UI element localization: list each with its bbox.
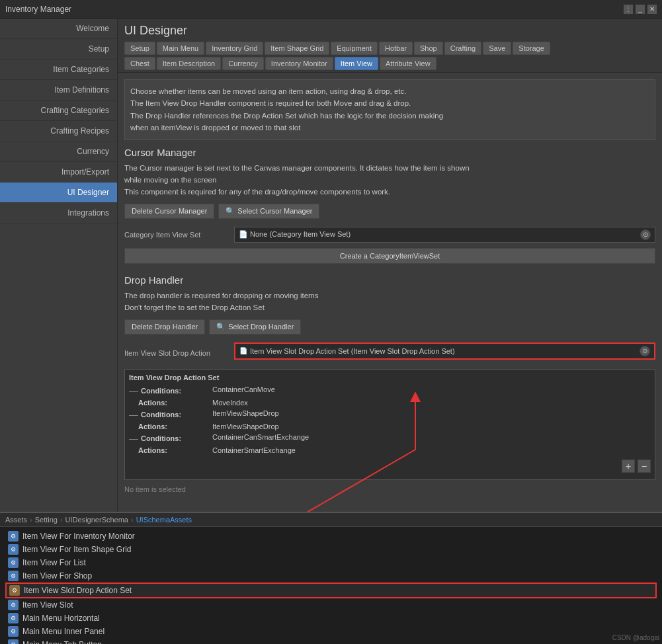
action-condition-3: ContainerCanSmartExchange (212, 433, 309, 441)
drop-handler-section: Drop Handler The drop handler is require… (124, 274, 655, 493)
tab-crafting[interactable]: Crafting (444, 42, 482, 55)
asset-icon-slot-drop-action-set: ⚙ (9, 585, 20, 596)
breadcrumb-ui-schema-assets[interactable]: UISchemaAssets (136, 516, 192, 524)
desc-line-2: The Item View Drop Handler component is … (130, 97, 649, 109)
action-row-1: — Conditions: ContainerCanMove (129, 385, 651, 396)
asset-item-main-menu-tab-button[interactable]: ⚙ Main Menu Tab Button (5, 638, 657, 644)
sidebar-item-item-definitions[interactable]: Item Definitions (0, 80, 117, 101)
asset-icon-main-menu-tab-button: ⚙ (8, 639, 19, 644)
category-item-view-set-value: 📄 None (Category Item View Set) ⊙ (234, 227, 655, 243)
item-view-slot-drop-action-value: 📄 Item View Slot Drop Action Set (Item V… (239, 347, 455, 355)
asset-item-slot[interactable]: ⚙ Item View Slot (5, 598, 657, 612)
category-item-view-set-circle-btn[interactable]: ⊙ (640, 229, 651, 240)
action-set-container: Item View Drop Action Set — Conditions: … (124, 369, 655, 480)
asset-item-slot-drop-action-set[interactable]: ⚙ Item View Slot Drop Action Set (5, 583, 657, 598)
sidebar-item-import-export[interactable]: Import/Export (0, 162, 117, 182)
action-row-2: — Conditions: ItemViewShapeDrop (129, 409, 651, 420)
item-view-slot-drop-action-value-row: 📄 Item View Slot Drop Action Set (Item V… (234, 342, 655, 360)
action-row-1b: Actions: MoveIndex (129, 399, 651, 407)
breadcrumb-ui-designer-schema[interactable]: UIDesignerSchema (65, 516, 128, 524)
action-value-3: ContainerSmartExchange (212, 446, 296, 454)
tab-main-menu[interactable]: Main Menu (157, 42, 204, 55)
main-layout: Welcome Setup Item Categories Item Defin… (0, 19, 662, 512)
sidebar-item-item-categories[interactable]: Item Categories (0, 60, 117, 80)
action-value-2: ItemViewShapeDrop (212, 423, 279, 430)
assets-list: ⚙ Item View For Inventory Monitor ⚙ Item… (0, 527, 662, 644)
tab-chest[interactable]: Chest (124, 57, 155, 70)
asset-item-main-menu-horizontal[interactable]: ⚙ Main Menu Horizontal (5, 612, 657, 625)
tab-storage[interactable]: Storage (513, 42, 550, 55)
tab-row-1: Setup Main Menu Inventory Grid Item Shap… (124, 42, 655, 55)
content-body: Choose whether items can be moved using … (118, 73, 662, 512)
action-set-title: Item View Drop Action Set (129, 374, 651, 382)
item-view-slot-drop-action-row: Item View Slot Drop Action 📄 Item View S… (124, 342, 655, 364)
tab-hotbar[interactable]: Hotbar (379, 42, 413, 55)
breadcrumb-setting[interactable]: Setting (35, 516, 58, 524)
title-bar-controls: ⋮ _ ✕ (624, 5, 657, 14)
cursor-manager-btn-row: Delete Cursor Manager 🔍 Select Cursor Ma… (124, 204, 655, 219)
tab-inventory-grid[interactable]: Inventory Grid (206, 42, 263, 55)
content-header: UI Designer Setup Main Menu Inventory Gr… (118, 19, 662, 73)
asset-item-item-shape-grid[interactable]: ⚙ Item View For Item Shape Grid (5, 543, 657, 556)
category-item-view-set-row: Category Item View Set 📄 None (Category … (124, 227, 655, 243)
remove-action-button[interactable]: − (638, 460, 651, 473)
action-row-3b: Actions: ContainerSmartExchange (129, 446, 651, 454)
tab-shop[interactable]: Shop (414, 42, 443, 55)
asset-icon-main-menu-horizontal: ⚙ (8, 613, 19, 624)
sidebar-item-ui-designer[interactable]: UI Designer (0, 182, 117, 203)
asset-item-inventory-monitor[interactable]: ⚙ Item View For Inventory Monitor (5, 530, 657, 543)
search-icon: 🔍 (226, 207, 235, 216)
tab-item-shape-grid[interactable]: Item Shape Grid (265, 42, 329, 55)
tab-equipment[interactable]: Equipment (331, 42, 378, 55)
category-item-view-set-label: Category Item View Set (124, 231, 230, 239)
cursor-manager-body: The Cursor manager is set next to the Ca… (124, 162, 655, 198)
tab-row-2: Chest Item Description Currency Inventor… (124, 57, 655, 70)
breadcrumb: Assets › Setting › UIDesignerSchema › UI… (0, 513, 662, 527)
description-block: Choose whether items can be moved using … (124, 79, 655, 140)
asset-item-shop[interactable]: ⚙ Item View For Shop (5, 569, 657, 583)
tab-attribute-view[interactable]: Attribute View (380, 57, 436, 70)
sidebar: Welcome Setup Item Categories Item Defin… (0, 19, 118, 512)
tab-item-view[interactable]: Item View (335, 57, 378, 70)
content-area: UI Designer Setup Main Menu Inventory Gr… (118, 19, 662, 512)
desc-line-1: Choose whether items can be moved using … (130, 85, 649, 97)
delete-drop-handler-button[interactable]: Delete Drop Handler (124, 319, 205, 335)
tab-save[interactable]: Save (483, 42, 511, 55)
drop-handler-btn-row: Delete Drop Handler 🔍 Select Drop Handle… (124, 319, 655, 335)
tab-item-description[interactable]: Item Description (157, 57, 221, 70)
sidebar-item-crafting-recipes[interactable]: Crafting Recipes (0, 121, 117, 141)
action-row-2b: Actions: ItemViewShapeDrop (129, 423, 651, 430)
action-value-1: MoveIndex (212, 399, 248, 407)
menu-button[interactable]: ⋮ (624, 5, 633, 14)
action-condition-1: ContainerCanMove (212, 385, 275, 393)
sidebar-item-currency[interactable]: Currency (0, 141, 117, 162)
sidebar-item-welcome[interactable]: Welcome (0, 19, 117, 39)
asset-item-main-menu-inner-panel[interactable]: ⚙ Main Menu Inner Panel (5, 625, 657, 638)
no-item-selected-text: No item is selected (124, 485, 655, 493)
title-bar-left: Inventory Manager (5, 5, 71, 14)
desc-line-4: when an itemView is dropped or moved to … (130, 122, 649, 134)
drop-handler-heading: Drop Handler (124, 274, 655, 286)
delete-cursor-manager-button[interactable]: Delete Cursor Manager (124, 204, 214, 219)
sidebar-item-setup[interactable]: Setup (0, 39, 117, 60)
search-icon-2: 🔍 (216, 323, 226, 331)
select-cursor-manager-button[interactable]: 🔍 Select Cursor Manager (218, 204, 319, 219)
item-view-slot-drop-action-circle-btn[interactable]: ⊙ (640, 346, 650, 356)
item-view-slot-drop-action-label: Item View Slot Drop Action (124, 349, 230, 357)
select-drop-handler-button[interactable]: 🔍 Select Drop Handler (209, 319, 301, 335)
sidebar-item-integrations[interactable]: Integrations (0, 203, 117, 223)
drop-handler-body: The drop handler is required for droppin… (124, 290, 655, 314)
tab-inventory-monitor[interactable]: Inventory Monitor (265, 57, 333, 70)
asset-icon-item-shape-grid: ⚙ (8, 544, 19, 555)
file-icon: 📄 (239, 230, 250, 238)
close-button[interactable]: ✕ (647, 5, 657, 14)
tab-setup[interactable]: Setup (124, 42, 155, 55)
add-action-button[interactable]: + (622, 460, 635, 473)
asset-item-list[interactable]: ⚙ Item View For List (5, 556, 657, 569)
bottom-section: Assets › Setting › UIDesignerSchema › UI… (0, 512, 662, 644)
sidebar-item-crafting-categories[interactable]: Crafting Categories (0, 101, 117, 121)
minimize-button[interactable]: _ (636, 5, 645, 14)
tab-currency[interactable]: Currency (222, 57, 264, 70)
create-category-item-view-set-button[interactable]: Create a CategoryItemViewSet (124, 248, 655, 264)
breadcrumb-assets[interactable]: Assets (5, 516, 27, 524)
